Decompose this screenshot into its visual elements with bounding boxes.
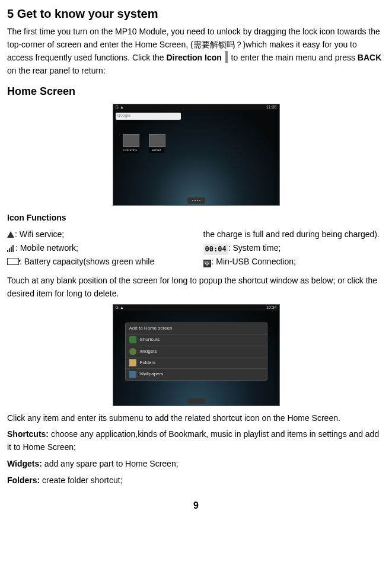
signal-icon xyxy=(7,244,15,252)
clock-icon: 00:04 xyxy=(203,244,228,255)
status-bar-2 xyxy=(113,305,279,311)
usb-text: : Min-USB Connection; xyxy=(212,257,296,266)
icon-functions-left: : Wifi service; : Mobile network; : Batt… xyxy=(7,228,189,269)
shortcuts-label: Shortcuts: xyxy=(7,429,49,439)
intro-d: on the rear panel to return: xyxy=(7,66,106,75)
app-drawer-handle xyxy=(187,197,205,204)
usb-line: Ψ: Min-USB Connection; xyxy=(203,256,385,269)
usb-icon: Ψ xyxy=(203,260,211,267)
add-row-folders-label: Folders xyxy=(140,359,156,366)
add-row-wallpapers: Wallpapers xyxy=(126,369,267,379)
wallpaper xyxy=(113,110,279,205)
app-drawer-handle-2 xyxy=(187,398,205,404)
folders-text: create folder shortcut; xyxy=(40,475,122,485)
add-to-home-screenshot: G ▲ 10:34 Add to Home screen Shortcuts W… xyxy=(113,304,280,406)
app-columns-label: Columns xyxy=(123,148,138,153)
clock-line: 00:04: System time; xyxy=(203,242,385,255)
popup-instruction: Touch at any blank position of the scree… xyxy=(7,274,385,300)
widgets-text: add any spare part to Home Screen; xyxy=(42,459,179,468)
widgets-icon xyxy=(129,348,136,355)
home-screen-heading: Home Screen xyxy=(7,84,385,100)
charge-text: the charge is full and red during being … xyxy=(203,228,385,241)
mobile-line: : Mobile network; xyxy=(7,242,189,255)
page-title: 5 Get to know your system xyxy=(7,5,385,23)
app-email-icon xyxy=(149,134,165,147)
shortcuts-icon xyxy=(129,336,136,343)
add-row-shortcuts-label: Shortcuts xyxy=(140,336,160,343)
submenu-instruction: Click any item and enter its submenu to … xyxy=(7,412,385,425)
widgets-label: Widgets: xyxy=(7,459,42,468)
add-row-widgets-label: Widgets xyxy=(140,348,157,355)
search-provider-label: Google xyxy=(117,113,131,119)
icon-functions-right: the charge is full and red during being … xyxy=(203,228,385,269)
wifi-icon xyxy=(7,231,14,238)
intro-paragraph: The first time you turn on the MP10 Modu… xyxy=(7,25,385,78)
home-app-columns: Columns xyxy=(123,134,138,153)
folders-label: Folders: xyxy=(7,475,40,485)
mobile-text: : Mobile network; xyxy=(15,243,78,253)
add-row-folders: Folders xyxy=(126,357,267,369)
folders-icon xyxy=(129,359,136,366)
status-bar xyxy=(113,104,279,110)
wifi-text: : Wifi service; xyxy=(15,229,64,239)
home-apps: Columns Email xyxy=(123,134,164,153)
back-label: BACK xyxy=(358,53,381,62)
app-email-label: Email xyxy=(149,148,164,153)
page-number: 9 xyxy=(7,499,385,513)
app-columns-icon xyxy=(123,134,139,147)
widgets-para: Widgets: add any spare part to Home Scre… xyxy=(7,458,385,471)
add-row-shortcuts: Shortcuts xyxy=(126,334,267,346)
add-row-widgets: Widgets xyxy=(126,346,267,357)
battery-line: : Battery capacity(shows green while xyxy=(7,256,189,269)
add-row-wallpapers-label: Wallpapers xyxy=(140,371,164,378)
home-app-email: Email xyxy=(149,134,164,153)
icon-functions-columns: : Wifi service; : Mobile network; : Batt… xyxy=(7,228,385,269)
battery-text: : Battery capacity(shows green while xyxy=(20,257,154,266)
wifi-line: : Wifi service; xyxy=(7,228,189,241)
folders-para: Folders: create folder shortcut; xyxy=(7,474,385,487)
intro-zh: 需要解锁吗？ xyxy=(193,40,243,49)
add-panel: Add to Home screen Shortcuts Widgets Fol… xyxy=(125,323,267,381)
clock-text: : System time; xyxy=(228,243,281,253)
shortcuts-para: Shortcuts: choose any application,kinds … xyxy=(7,428,385,454)
intro-c: to enter the main menu and press xyxy=(231,53,358,62)
direction-icon xyxy=(225,51,228,63)
icon-functions-heading: Icon Functions xyxy=(7,212,385,225)
battery-icon xyxy=(7,258,19,265)
add-panel-title: Add to Home screen xyxy=(126,323,267,334)
shortcuts-text: choose any application,kinds of Bookmark… xyxy=(7,429,379,452)
direction-icon-label: Direction Icon xyxy=(166,53,221,62)
wallpapers-icon xyxy=(129,371,136,378)
home-screen-screenshot: G ▲ 11:35 Google Columns Email xyxy=(113,104,280,206)
